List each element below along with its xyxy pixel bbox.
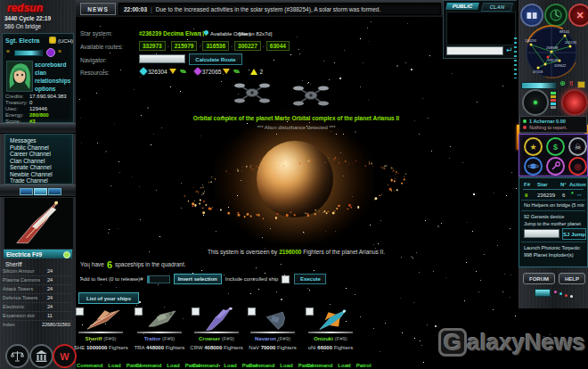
organics-icon-2[interactable] [233,70,240,73]
ship-load-link[interactable]: Load [338,363,350,368]
ship-tag: (F#9) [103,336,116,341]
add-target-icon[interactable]: ⊕ [559,80,566,87]
ship-command-link[interactable]: Command [306,363,332,368]
stat-label: Silicon Armour [3,268,47,275]
radar-label: 93128 [548,58,559,62]
target-spiral-icon[interactable]: ◎ [568,157,587,176]
quickbar-button-1[interactable] [20,188,33,195]
ship-load-link[interactable]: Load [280,363,292,368]
bank-icon[interactable] [29,344,53,368]
chat-send-icon[interactable]: ↵ [506,45,513,54]
mute-icon[interactable] [46,48,55,57]
news-button[interactable]: NEWS [80,3,116,15]
ship-name[interactable]: Navaron [255,336,276,341]
star-system-value[interactable]: #236239 Decima Elvan IV [139,29,208,37]
ship-command-link[interactable]: Command [135,363,161,368]
ship-name[interactable]: Sheriff [85,336,102,341]
sidebar-item-relationships[interactable]: relationships [35,77,70,85]
stat-value: 22680/31560 [42,322,70,328]
add-to-fleet-input[interactable] [147,275,170,283]
status-line-1[interactable]: 1 Achernar 0.00 [529,119,566,125]
scan-progress-bar[interactable] [521,82,557,89]
quickbar-button-3[interactable] [48,188,61,195]
include-controlled-label: Include controlled ship [225,276,279,282]
close-icon[interactable]: ✕ [568,4,588,27]
fleet-row-star[interactable]: 236239 [537,192,555,199]
tab-clan[interactable]: CLAN [481,3,513,12]
tab-public[interactable]: PUBLIC [445,3,479,10]
alert-icon[interactable]: ‼ [569,80,573,87]
clan-tag: (UCH) [58,37,73,45]
quickbar-button-2[interactable] [34,188,47,195]
radar-label: 88141 [559,29,570,34]
pirate-icon[interactable]: ☠ [568,137,587,156]
ship-command-link[interactable]: Command [192,363,218,368]
ship-image-onizuki[interactable] [311,308,354,331]
torpedo-text-1[interactable]: Launch Photonic Torpedo: [524,245,581,251]
wiki-icon[interactable]: W [53,344,77,368]
planet-service-icon[interactable] [524,157,543,176]
ship-image-sheriff[interactable] [81,308,124,331]
sidebar-item-clan[interactable]: clan [35,69,46,77]
route-link[interactable]: 63044 [266,41,290,51]
ship-image-navaron[interactable] [253,308,296,331]
route-link[interactable]: 332973 [139,41,166,51]
genesis-jump-text: Jump to the mother planet [524,221,581,227]
calculate-route-button[interactable]: Calculate Route [189,53,242,65]
scales-icon[interactable] [5,344,29,368]
ship-load-link[interactable]: Load [167,363,179,368]
include-controlled-checkbox[interactable] [282,275,290,283]
ship-name[interactable]: Crowser [199,336,220,341]
cargo-chip-icon[interactable] [577,81,585,88]
chat-input[interactable] [446,46,503,55]
sj-jump-button[interactable]: SJ Jump [562,228,586,240]
invert-selection-button[interactable]: Invert selection [174,274,222,284]
sound-wave-left-icon[interactable]: « [6,48,10,54]
sidebar-item-options[interactable]: options [35,85,55,93]
repair-wrench-icon[interactable] [546,157,565,176]
orbit-info-icon[interactable] [204,30,208,35]
log-book-icon[interactable] [520,4,543,27]
list-of-ships-button[interactable]: List of your ships [78,292,139,304]
ship-image-crowser[interactable] [197,308,240,331]
ship-status-dot[interactable] [63,251,70,258]
volume-bar[interactable] [14,50,43,56]
ship-patrol-link[interactable]: Patrol [356,363,372,368]
channel-trade[interactable]: Trade Channel [10,176,48,184]
ship-command-link[interactable]: Command [249,363,274,368]
player-name: Sgt. Electra [5,37,40,45]
organics-icon[interactable] [180,70,186,73]
help-button[interactable]: HELP [559,273,585,284]
funnel-icon-2[interactable] [223,69,230,74]
sidebar-item-scoreboard[interactable]: scoreboard [35,61,66,69]
jump-coordinates-input[interactable] [524,229,559,238]
nav-gauge[interactable] [522,89,549,116]
sheriff-badge-icon[interactable]: ★ [524,137,543,156]
starmap-radar[interactable]: 130291 88141 205131 268938 93128 209622 … [519,25,586,80]
orbital-drone-marte[interactable] [233,80,271,105]
action-jump-icon[interactable]: ↔ [576,191,583,197]
forum-button[interactable]: FORUM [523,273,555,284]
ship-fighters-line: SHE 1000000 Fighters [74,344,127,351]
route-link[interactable]: 300227 [234,41,261,51]
ship-name[interactable]: Traitor [144,336,161,341]
bank-service-icon[interactable]: $ [546,137,565,156]
ship-image-traitor[interactable] [140,308,183,331]
orbital-drone-arianus[interactable] [292,83,330,108]
ship-load-link[interactable]: Load [108,363,120,368]
ship-command-link[interactable]: Command [77,363,102,368]
execute-button[interactable]: Execute [294,274,326,284]
add-to-fleet-label: Add to fleet (0 to release)# [80,276,143,282]
route-link[interactable]: 215979 [171,41,198,51]
action-scan-icon[interactable]: * [571,191,574,197]
funnel-icon[interactable] [169,69,176,74]
route-link[interactable]: 316536 [202,41,229,51]
news-separator: | [151,5,152,13]
scanner-icon[interactable] [544,4,568,27]
sound-wave-right-icon[interactable]: » [58,48,61,54]
plasma-resource-icon [193,68,200,75]
ship-load-link[interactable]: Load [224,363,236,368]
navigator-input[interactable] [139,54,185,63]
alarm-gauge[interactable] [561,89,588,116]
ship-name[interactable]: Onizuki [314,336,333,341]
